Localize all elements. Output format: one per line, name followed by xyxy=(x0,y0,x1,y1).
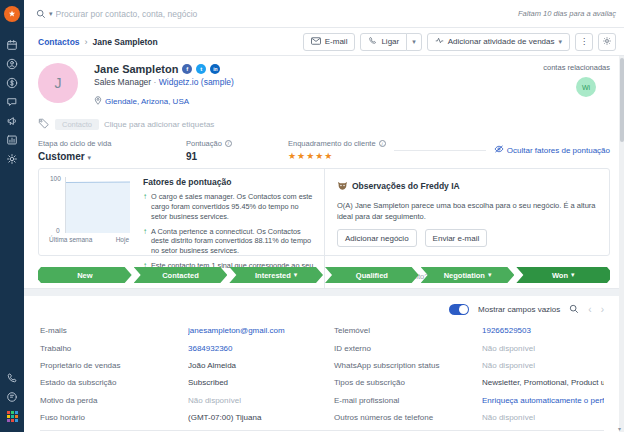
add-tags-field[interactable]: Clique para adicionar etiquetas xyxy=(104,120,214,129)
global-search-input[interactable] xyxy=(56,9,356,19)
search-scope-caret-icon[interactable]: ▾ xyxy=(49,10,53,18)
score-info-icon[interactable]: i xyxy=(225,140,232,147)
facebook-icon[interactable]: f xyxy=(182,64,192,74)
field-row: Trabalho 3684932360 xyxy=(40,339,310,356)
field-row: WhatsApp subscription status Não disponí… xyxy=(334,357,604,374)
call-button[interactable]: Ligar xyxy=(360,33,407,51)
vertical-scrollbar[interactable]: ▾ xyxy=(619,56,624,432)
customer-fit-label: Enquadramento do cliente xyxy=(288,139,376,148)
contact-location[interactable]: Glendale, Arizona, USA xyxy=(105,97,189,106)
chevron-down-icon: ▾ xyxy=(87,154,91,161)
chart-y-min: 0 xyxy=(56,227,60,234)
score-sparkline-chart: 100 0 Última semana Hoje xyxy=(49,177,133,281)
main-area: ▾ Faltam 10 dias para a avaliaç Contacto… xyxy=(24,0,624,432)
next-page-chevron[interactable]: › xyxy=(601,304,604,315)
freshworks-logo-icon[interactable] xyxy=(4,6,20,22)
stage-interested[interactable]: Interested▾ xyxy=(229,267,323,283)
megaphone-icon[interactable] xyxy=(3,112,21,130)
stage-qualified[interactable]: Qualified xyxy=(325,267,419,283)
search-icon[interactable] xyxy=(36,5,46,23)
calendar-icon[interactable] xyxy=(3,36,21,54)
up-arrow-icon: ↑ xyxy=(143,192,147,222)
add-sales-activity-button[interactable]: Adicionar atividade de vendas ▾ xyxy=(427,33,570,51)
score-factor-item: ↑ A Conta pertence a connecticut. Os Con… xyxy=(143,227,314,257)
settings-icon[interactable] xyxy=(3,150,21,168)
insight-panels: 100 0 Última semana Hoje xyxy=(24,168,624,262)
twitter-icon[interactable]: t xyxy=(196,64,206,74)
kebab-icon: ⋮ xyxy=(580,37,588,46)
location-pin-icon xyxy=(94,96,102,107)
subscription-types-value: Newsletter, Promotional, Product updates… xyxy=(482,378,604,387)
fields-right-column: Telemóvel 19266529503 ID externo Não dis… xyxy=(334,322,604,426)
subscription-status-value: Subscribed xyxy=(188,378,310,387)
send-email-button[interactable]: Enviar e-mail xyxy=(425,229,488,247)
page-settings-button[interactable] xyxy=(598,33,616,51)
related-account-avatar[interactable]: Wi xyxy=(576,77,596,97)
linkedin-icon[interactable]: in xyxy=(210,64,220,74)
field-row: Outros números de telefone Não disponíve… xyxy=(334,409,604,426)
contacts-icon[interactable] xyxy=(3,55,21,73)
gear-icon xyxy=(602,36,612,48)
scroll-down-arrow-icon[interactable]: ▾ xyxy=(618,425,621,432)
hide-score-factors-link[interactable]: Ocultar fatores de pontuação xyxy=(494,145,610,155)
company-link[interactable]: Widgetz.io (sample) xyxy=(159,77,234,87)
related-accounts-label: contas relacionadas xyxy=(543,63,610,72)
work-phone-link[interactable]: 3684932360 xyxy=(188,344,310,353)
more-options-button[interactable]: ⋮ xyxy=(575,33,593,51)
eye-slash-icon xyxy=(494,145,504,155)
contact-name: Jane Sampleton xyxy=(94,63,178,75)
scrollbar-thumb[interactable] xyxy=(620,58,624,142)
breadcrumb-current: Jane Sampleton xyxy=(93,37,158,47)
tag-chip: Contacto xyxy=(55,119,99,130)
section-divider xyxy=(24,288,624,296)
breadcrumb-contacts-link[interactable]: Contactos xyxy=(38,37,80,47)
show-empty-fields-label: Mostrar campos vazios xyxy=(478,305,560,314)
work-email-enrich-link[interactable]: Enriqueça automaticamente o perfil. Insi… xyxy=(482,396,604,405)
show-empty-fields-toggle[interactable] xyxy=(449,304,469,315)
chevron-down-icon: ▾ xyxy=(488,271,492,279)
field-row: Estado da subscrição Subscribed xyxy=(40,374,310,391)
score-label: Pontuação xyxy=(186,139,222,148)
call-options-caret-button[interactable]: ▾ xyxy=(406,33,422,51)
external-id-value: Não disponível xyxy=(482,344,604,353)
conversations-icon[interactable] xyxy=(3,93,21,111)
field-row: Proprietário de vendas João Almeida xyxy=(40,357,310,374)
stage-contacted[interactable]: Contacted xyxy=(134,267,228,283)
trial-countdown-text: Faltam 10 dias para a avaliaç xyxy=(518,9,616,18)
score-value: 91 xyxy=(186,151,258,162)
add-deal-button[interactable]: Adicionar negócio xyxy=(337,229,417,247)
phone-icon[interactable] xyxy=(3,369,21,387)
customer-fit-stars: ★★★★★ xyxy=(288,151,386,161)
chart-x-right-label: Hoje xyxy=(116,236,129,243)
breadcrumb-bar: Contactos › Jane Sampleton E-mail Ligar … xyxy=(24,28,624,56)
field-row: E-mail profissional Enriqueça automatica… xyxy=(334,392,604,409)
mobile-phone-link[interactable]: 19266529503 xyxy=(482,326,604,335)
apps-switcher-icon[interactable] xyxy=(3,407,21,425)
contact-details-section: Mostrar campos vazios ‹ › E-mails janesa… xyxy=(24,296,624,431)
activity-icon xyxy=(435,36,444,47)
fields-left-column: E-mails janesampleton@gmail.com Trabalho… xyxy=(40,322,310,426)
email-value-link[interactable]: janesampleton@gmail.com xyxy=(188,326,310,335)
crm-app: ▾ Faltam 10 dias para a avaliaç Contacto… xyxy=(0,0,624,432)
stage-negotiation[interactable]: Negotiation▾ xyxy=(421,267,515,283)
fields-search-icon[interactable] xyxy=(569,300,579,318)
analytics-icon[interactable] xyxy=(3,131,21,149)
help-widget-icon[interactable] xyxy=(3,388,21,406)
freddy-icon xyxy=(337,177,348,195)
stage-won[interactable]: Won▾ xyxy=(516,267,610,283)
chevron-down-icon: ▾ xyxy=(294,271,298,279)
field-row: Tipos de subscrição Newsletter, Promotio… xyxy=(334,374,604,391)
score-factor-item: ↑ O cargo é sales manager. Os Contactos … xyxy=(143,192,314,222)
up-arrow-icon: ↑ xyxy=(143,227,147,257)
lifecycle-stage-select[interactable]: Customer ▾ xyxy=(38,151,156,162)
field-row: E-mails janesampleton@gmail.com xyxy=(40,322,310,339)
deals-icon[interactable] xyxy=(3,74,21,92)
fit-info-icon[interactable]: i xyxy=(379,140,386,147)
email-button[interactable]: E-mail xyxy=(303,33,356,51)
contact-avatar: J xyxy=(38,63,78,103)
stage-new[interactable]: New xyxy=(38,267,132,283)
whatsapp-status-value: Não disponível xyxy=(482,361,604,370)
lifecycle-stage-label: Etapa do ciclo de vida xyxy=(38,139,156,148)
timezone-value: (GMT-07:00) Tijuana xyxy=(188,413,310,422)
prev-page-chevron[interactable]: ‹ xyxy=(588,304,591,315)
